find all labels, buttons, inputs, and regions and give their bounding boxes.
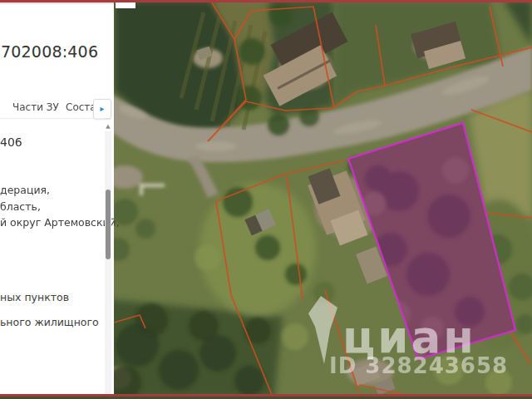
address-line: дерация, <box>0 184 50 196</box>
parcel-number-line: 406 <box>0 135 22 149</box>
top-popup-fragment <box>116 2 135 8</box>
bottom-red-border <box>0 394 532 397</box>
scroll-up-icon[interactable]: ▲ <box>105 121 111 131</box>
tabs-bar: Части ЗУ Состав ▸ <box>0 99 114 118</box>
panel-scrollbar-thumb[interactable] <box>106 190 111 259</box>
tabs-expand-button[interactable]: ▸ <box>93 99 111 119</box>
address-line: бласть, <box>0 200 41 213</box>
land-category-line: ных пунктов <box>0 291 69 303</box>
chevron-right-icon: ▸ <box>100 104 104 113</box>
panel-top-divider <box>0 2 114 4</box>
info-panel: 702008:406 Части ЗУ Состав ▸ 406 дерация… <box>0 0 114 399</box>
app-window: циан ID 328243658 702008:406 Части ЗУ Со… <box>0 0 532 399</box>
top-red-border <box>0 0 532 2</box>
tab-chasti-zu[interactable]: Части ЗУ <box>12 101 59 113</box>
address-line: й округ Артемовский, <box>0 216 120 229</box>
watermark-id: ID 328243658 <box>329 353 508 378</box>
tabs-divider <box>0 118 105 119</box>
permitted-use-line: ьного жилищного <box>0 316 99 328</box>
cadastral-number: 702008:406 <box>1 42 98 61</box>
panel-scrollbar-track[interactable] <box>105 131 111 394</box>
